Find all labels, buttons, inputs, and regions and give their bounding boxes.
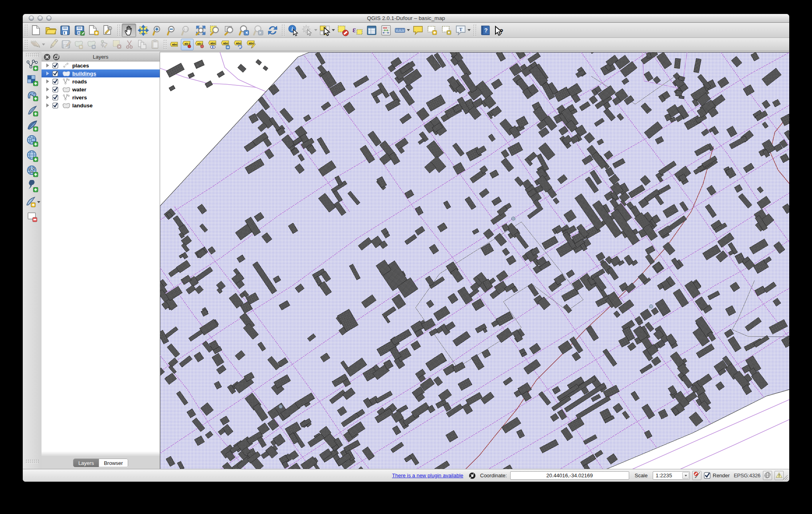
field-calculator-button[interactable] — [379, 24, 393, 37]
layer-name[interactable]: water — [72, 87, 86, 93]
toolbar-drag-handle[interactable] — [26, 53, 39, 57]
node-tool-button[interactable] — [98, 39, 111, 50]
show-hide-labels-button[interactable]: abc — [206, 39, 219, 50]
zoom-to-selection-button[interactable] — [208, 24, 222, 37]
new-project-button[interactable] — [29, 24, 44, 37]
pan-to-selection-button[interactable] — [136, 24, 151, 37]
save-project-as-button[interactable] — [72, 24, 87, 37]
deselect-features-button[interactable] — [336, 24, 350, 37]
expand-arrow-icon[interactable] — [46, 71, 49, 75]
layer-row-roads[interactable]: roads — [42, 77, 160, 85]
add-wms-layer-button[interactable] — [25, 149, 40, 164]
layer-row-places[interactable]: places — [42, 61, 160, 69]
coordinate-input[interactable] — [510, 471, 629, 480]
layer-visibility-checkbox[interactable] — [52, 87, 58, 93]
zoom-to-layer-button[interactable] — [222, 24, 237, 37]
run-feature-action-button[interactable] — [301, 24, 318, 37]
add-osm-layer-button[interactable] — [25, 195, 40, 209]
zoom-out-button[interactable] — [165, 24, 179, 37]
panel-tab-layers[interactable]: Layers — [73, 459, 99, 467]
toolbar-drag-handle[interactable] — [24, 24, 28, 36]
expand-arrow-icon[interactable] — [46, 87, 49, 91]
composer-manager-button[interactable] — [101, 24, 115, 37]
scale-dropdown-button[interactable] — [682, 472, 689, 479]
add-raster-layer-button[interactable] — [25, 73, 40, 88]
toolbar-drag-handle[interactable] — [26, 459, 39, 463]
layer-visibility-checkbox[interactable] — [52, 71, 58, 77]
zoom-last-button[interactable] — [237, 24, 251, 37]
toolbar-drag-handle[interactable] — [117, 24, 121, 36]
zoom-full-button[interactable] — [194, 24, 208, 37]
layer-name[interactable]: landuse — [72, 103, 93, 109]
identify-features-button[interactable]: i — [286, 24, 301, 37]
new-bookmark-button[interactable] — [425, 24, 440, 37]
add-wfs-layer-button[interactable] — [25, 164, 40, 179]
save-project-button[interactable] — [58, 24, 72, 37]
render-checkbox[interactable] — [704, 472, 711, 479]
expand-arrow-icon[interactable] — [46, 95, 49, 99]
current-edits-button[interactable] — [29, 39, 47, 50]
toolbar-drag-handle[interactable] — [163, 40, 167, 49]
layer-visibility-checkbox[interactable] — [52, 79, 58, 85]
resize-grip[interactable] — [782, 475, 788, 480]
add-delimited-text-layer-button[interactable] — [25, 180, 40, 194]
copy-features-button[interactable] — [136, 39, 149, 50]
layer-row-buildings[interactable]: buildings — [42, 69, 160, 77]
select-features-button[interactable] — [318, 24, 336, 37]
add-feature-button[interactable] — [72, 39, 85, 50]
layer-name[interactable]: roads — [72, 79, 87, 85]
toolbar-drag-handle[interactable] — [473, 24, 477, 36]
open-attribute-table-button[interactable] — [364, 24, 379, 37]
layer-visibility-checkbox[interactable] — [52, 103, 58, 109]
whats-this-button[interactable]: ? — [492, 24, 507, 37]
toolbar-drag-handle[interactable] — [24, 40, 28, 49]
map-canvas[interactable] — [160, 52, 789, 469]
paste-features-button[interactable] — [149, 39, 162, 50]
show-bookmarks-button[interactable] — [440, 24, 454, 37]
add-vector-layer-button[interactable] — [25, 58, 40, 73]
title-bar[interactable]: QGIS 2.0.1-Dufour – basic_map — [23, 14, 789, 23]
cut-features-button[interactable] — [123, 39, 136, 50]
add-spatialite-layer-button[interactable] — [25, 104, 40, 118]
stop-render-button[interactable] — [692, 471, 701, 480]
add-postgis-layer-button[interactable] — [25, 89, 40, 103]
expand-arrow-icon[interactable] — [46, 63, 49, 67]
expand-arrow-icon[interactable] — [46, 103, 49, 107]
highlight-pinned-labels-button[interactable]: ab — [194, 39, 206, 50]
open-project-button[interactable] — [44, 24, 58, 37]
layer-row-water[interactable]: water — [42, 85, 160, 93]
select-by-expression-button[interactable]: ε — [350, 24, 364, 37]
measure-line-button[interactable] — [393, 24, 411, 37]
change-label-button[interactable]: abc — [245, 39, 257, 50]
delete-selected-button[interactable] — [111, 39, 123, 50]
refresh-map-button[interactable] — [265, 24, 280, 37]
rotate-label-button[interactable]: abc — [232, 39, 245, 50]
text-annotation-button[interactable]: T — [454, 24, 471, 37]
layer-name[interactable]: rivers — [72, 95, 87, 101]
layer-row-rivers[interactable]: rivers — [42, 93, 160, 101]
plugin-available-link[interactable]: There is a new plugin available — [392, 472, 463, 478]
plugin-icon[interactable] — [467, 471, 477, 480]
layer-labeling-options-button[interactable]: abc — [168, 39, 181, 50]
save-layer-edits-button[interactable] — [59, 39, 72, 50]
pin-unpin-labels-button[interactable]: ab — [181, 39, 194, 50]
crs-status-button[interactable] — [763, 471, 772, 480]
layers-panel-titlebar[interactable]: Layers — [42, 52, 160, 61]
move-label-button[interactable]: abc — [219, 39, 232, 50]
layer-visibility-checkbox[interactable] — [52, 63, 58, 69]
layer-name[interactable]: places — [72, 63, 89, 69]
toggle-editing-button[interactable] — [47, 39, 59, 50]
expand-arrow-icon[interactable] — [46, 79, 49, 83]
zoom-next-button[interactable] — [251, 24, 265, 37]
zoom-native-button[interactable]: 1:1 — [179, 24, 194, 37]
move-feature-button[interactable] — [85, 39, 98, 50]
layer-name[interactable]: buildings — [72, 71, 96, 77]
new-composer-button[interactable] — [87, 24, 101, 37]
toolbar-drag-handle[interactable] — [281, 24, 285, 36]
layer-visibility-checkbox[interactable] — [52, 95, 58, 101]
add-mssql-layer-button[interactable] — [25, 119, 40, 133]
new-shapefile-layer-button[interactable] — [25, 210, 40, 224]
zoom-in-button[interactable] — [151, 24, 165, 37]
add-oracle-layer-button[interactable] — [25, 134, 40, 148]
map-tips-button[interactable] — [411, 24, 425, 37]
